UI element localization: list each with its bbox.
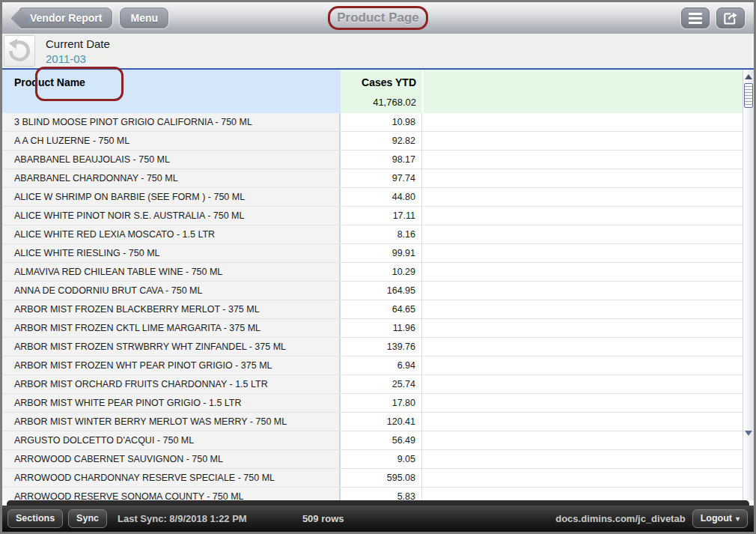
column-header-cases-ytd[interactable]: Cases YTD 41,768.02 [341, 70, 422, 113]
top-bar-left: Vendor Report Menu [13, 7, 168, 28]
menu-button[interactable]: Menu [120, 7, 168, 28]
scrollbar-thumb[interactable] [744, 83, 753, 108]
share-icon [722, 10, 740, 26]
empty-cell [422, 319, 743, 337]
table-row[interactable]: ARROWOOD CHARDONNAY RESERVE SPECIALE - 7… [2, 469, 743, 488]
table-row[interactable]: ABARBANEL BEAUJOLAIS - 750 ML98.17 [2, 151, 743, 169]
back-arrow-icon [10, 8, 31, 28]
server-address: docs.dimins.com/jc_divetab [555, 513, 685, 524]
cases-ytd-cell: 6.94 [341, 356, 422, 374]
current-date-filter[interactable]: Current Date 2011-03 [46, 36, 110, 67]
product-name-cell: ALMAVIVA RED CHILEAN TABLE WINE - 750 ML [2, 263, 341, 281]
cases-ytd-cell: 5.83 [341, 488, 422, 500]
empty-cell [422, 169, 743, 187]
top-bar: Vendor Report Menu Product Page [2, 2, 754, 34]
table-row[interactable]: ARBOR MIST FROZEN CKTL LIME MARGARITA - … [2, 319, 743, 338]
product-name-cell: ARBOR MIST FROZEN STRWBRRY WHT ZINFANDEL… [2, 338, 341, 356]
status-bar: Sections Sync Last Sync: 8/9/2018 1:22 P… [2, 506, 754, 532]
table-row[interactable]: ARBOR MIST FROZEN WHT PEAR PINOT GRIGIO … [2, 356, 743, 375]
filter-toolbar: Current Date 2011-03 [2, 34, 754, 68]
row-count: 509 rows [302, 513, 344, 524]
page-title: Product Page [337, 2, 419, 34]
table-row[interactable]: ARGUSTO DOLCETTO D'ACQUI - 750 ML56.49 [2, 431, 743, 450]
product-name-cell: ARBOR MIST WHITE PEAR PINOT GRIGIO - 1.5… [2, 394, 341, 412]
vertical-scrollbar[interactable] [743, 70, 754, 500]
refresh-button[interactable] [4, 35, 35, 67]
table-content: Product Name Cases YTD 41,768.02 3 BLIND… [2, 70, 743, 500]
product-name-cell: ALICE WHITE RIESLING - 750 ML [2, 244, 341, 262]
cases-ytd-cell: 17.11 [341, 207, 422, 225]
table-row[interactable]: ALICE WHITE PINOT NOIR S.E. AUSTRALIA - … [2, 207, 743, 225]
table-row[interactable]: ARBOR MIST FROZEN BLACKBERRY MERLOT - 37… [2, 300, 743, 319]
product-name-cell: ARBOR MIST ORCHARD FRUITS CHARDONNAY - 1… [2, 375, 341, 393]
filter-label: Current Date [46, 36, 110, 52]
product-name-cell: ABARBANEL BEAUJOLAIS - 750 ML [2, 151, 341, 169]
product-name-cell: A A CH LUZERNE - 750 ML [2, 132, 341, 150]
product-name-cell: ARBOR MIST FROZEN BLACKBERRY MERLOT - 37… [2, 300, 341, 318]
product-name-cell: ARROWOOD CABERNET SAUVIGNON - 750 ML [2, 450, 341, 468]
cases-ytd-cell: 92.82 [341, 132, 422, 150]
product-name-cell: ALICE WHITE PINOT NOIR S.E. AUSTRALIA - … [2, 207, 341, 225]
scroll-down-icon[interactable] [745, 431, 752, 436]
last-sync-text: Last Sync: 8/9/2018 1:22 PM [118, 513, 247, 524]
cases-ytd-cell: 97.74 [341, 169, 422, 187]
empty-cell [422, 244, 743, 262]
empty-cell [422, 113, 743, 131]
sync-button[interactable]: Sync [68, 509, 107, 528]
table-row[interactable]: ALICE WHITE RED LEXIA MOSCATO - 1.5 LTR8… [2, 225, 743, 244]
filter-value: 2011-03 [46, 52, 110, 67]
back-button-label: Vendor Report [30, 12, 102, 24]
table-row[interactable]: ARBOR MIST FROZEN STRWBRRY WHT ZINFANDEL… [2, 338, 743, 356]
logout-button[interactable]: Logout▾ [692, 509, 748, 528]
table-row[interactable]: ANNA DE CODORNIU BRUT CAVA - 750 ML164.9… [2, 282, 743, 300]
table-row[interactable]: ARBOR MIST WHITE PEAR PINOT GRIGIO - 1.5… [2, 394, 743, 413]
top-bar-right [681, 7, 745, 28]
empty-cell [422, 488, 743, 500]
cases-ytd-cell: 10.98 [341, 113, 422, 131]
product-name-cell: ARBOR MIST WINTER BERRY MERLOT WAS MERRY… [2, 413, 341, 431]
empty-cell [422, 151, 743, 169]
table-row[interactable]: A A CH LUZERNE - 750 ML92.82 [2, 132, 743, 151]
table-row[interactable]: ALICE W SHRIMP ON BARBIE (SEE FORM ) - 7… [2, 188, 743, 207]
cases-ytd-label: Cases YTD [341, 76, 416, 88]
table-row[interactable]: ARBOR MIST ORCHARD FRUITS CHARDONNAY - 1… [2, 375, 743, 394]
cases-ytd-cell: 56.49 [341, 431, 422, 449]
column-header-product-name[interactable]: Product Name [2, 70, 341, 113]
list-menu-button[interactable] [681, 7, 710, 28]
cases-ytd-cell: 64.65 [341, 300, 422, 318]
back-button-vendor-report[interactable]: Vendor Report [19, 7, 112, 28]
table-row[interactable]: ALMAVIVA RED CHILEAN TABLE WINE - 750 ML… [2, 263, 743, 282]
refresh-icon [6, 37, 33, 64]
cases-ytd-cell: 11.96 [341, 319, 422, 337]
table-body: 3 BLIND MOOSE PINOT GRIGIO CALIFORNIA - … [2, 113, 743, 500]
table-row[interactable]: ARROWOOD RESERVE SONOMA COUNTY - 750 ML5… [2, 488, 743, 500]
table-row[interactable]: ALICE WHITE RIESLING - 750 ML99.91 [2, 244, 743, 263]
cases-ytd-cell: 98.17 [341, 151, 422, 169]
cases-ytd-cell: 17.80 [341, 394, 422, 412]
empty-cell [422, 394, 743, 412]
empty-cell [422, 469, 743, 487]
scroll-up-icon[interactable] [745, 74, 752, 79]
cases-ytd-cell: 9.05 [341, 450, 422, 468]
cases-ytd-cell: 595.08 [341, 469, 422, 487]
table-area: Product Name Cases YTD 41,768.02 3 BLIND… [2, 70, 754, 500]
product-name-cell: ARBOR MIST FROZEN WHT PEAR PINOT GRIGIO … [2, 356, 341, 374]
product-name-cell: ALICE W SHRIMP ON BARBIE (SEE FORM ) - 7… [2, 188, 341, 206]
empty-cell [422, 263, 743, 281]
product-name-cell: ANNA DE CODORNIU BRUT CAVA - 750 ML [2, 282, 341, 300]
cases-ytd-cell: 10.29 [341, 263, 422, 281]
export-button[interactable] [716, 7, 745, 28]
sections-button[interactable]: Sections [7, 509, 63, 528]
table-row[interactable]: ABARBANEL CHARDONNAY - 750 ML97.74 [2, 169, 743, 188]
product-name-cell: ALICE WHITE RED LEXIA MOSCATO - 1.5 LTR [2, 225, 341, 243]
cases-ytd-cell: 25.74 [341, 375, 422, 393]
table-row[interactable]: ARBOR MIST WINTER BERRY MERLOT WAS MERRY… [2, 413, 743, 431]
cases-ytd-cell: 8.16 [341, 225, 422, 243]
product-name-cell: ABARBANEL CHARDONNAY - 750 ML [2, 169, 341, 187]
empty-cell [422, 282, 743, 300]
table-row[interactable]: ARROWOOD CABERNET SAUVIGNON - 750 ML9.05 [2, 450, 743, 469]
horizontal-scrollbar[interactable] [7, 500, 749, 506]
table-row[interactable]: 3 BLIND MOOSE PINOT GRIGIO CALIFORNIA - … [2, 113, 743, 132]
cases-ytd-cell: 139.76 [341, 338, 422, 356]
cases-ytd-cell: 164.95 [341, 282, 422, 300]
